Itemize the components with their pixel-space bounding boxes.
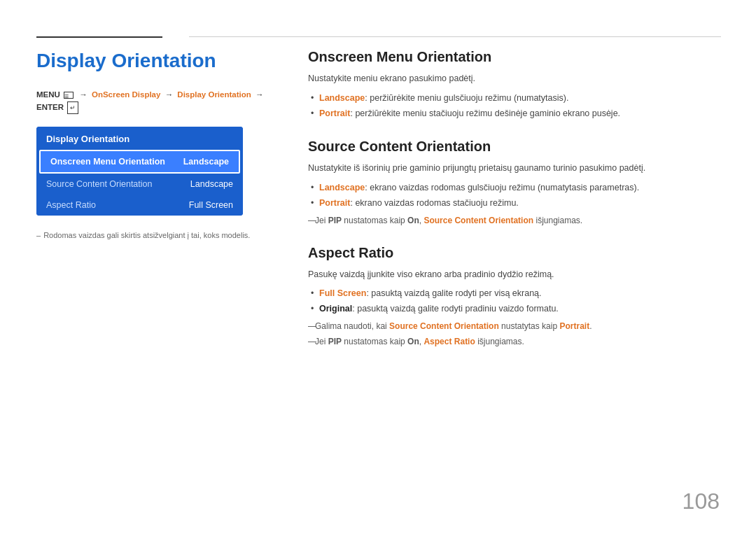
source-content-ref-1: Source Content Orientation — [424, 216, 533, 225]
section-onscreen: Onscreen Menu Orientation Nustatykite me… — [308, 49, 721, 120]
top-line-right — [189, 36, 721, 37]
enter-icon: ↵ — [67, 101, 78, 114]
section-source: Source Content Orientation Nustatykite i… — [308, 139, 721, 227]
note-aspect-2: Jei PIP nustatomas kaip On, Aspect Ratio… — [308, 335, 721, 348]
section-title-source: Source Content Orientation — [308, 139, 721, 155]
portrait-ref: Portrait — [559, 321, 589, 331]
display-widget: Display Orientation Onscreen Menu Orient… — [36, 127, 243, 216]
page-title: Display Orientation — [36, 49, 274, 73]
term-portrait-2: Portrait — [319, 198, 350, 208]
pip-bold-1: PIP — [328, 216, 342, 225]
menu-icon: ☰ — [64, 92, 74, 99]
term-portrait-1: Portrait — [319, 108, 350, 118]
bullet-list-aspect: Full Screen: pasuktą vaizdą galite rodyt… — [308, 286, 721, 316]
note-aspect-1: Galima naudoti, kai Source Content Orien… — [308, 320, 721, 332]
bullet-text-portrait-1: : peržiūrėkite meniu stačiuoju režimu de… — [350, 108, 620, 118]
widget-row-value-2: Full Screen — [189, 200, 233, 210]
source-content-ref-2: Source Content Orientation — [389, 321, 499, 331]
widget-row-active[interactable]: Onscreen Menu Orientation Landscape — [39, 150, 240, 174]
widget-row-label-2: Aspect Ratio — [46, 200, 96, 210]
widget-row-label-1: Source Content Orientation — [46, 179, 152, 189]
right-column: Onscreen Menu Orientation Nustatykite me… — [308, 49, 721, 366]
widget-row-value-0: Landscape — [183, 157, 229, 167]
step1: OnScreen Display — [92, 90, 160, 99]
aspect-ratio-ref: Aspect Ratio — [424, 337, 475, 346]
bullet-text-landscape-2: : ekrano vaizdas rodomas gulsčiuoju reži… — [365, 183, 639, 192]
bullet-onscreen-2: Portrait: peržiūrėkite meniu stačiuoju r… — [308, 106, 721, 120]
widget-row-label-0: Onscreen Menu Orientation — [50, 157, 165, 167]
step3: ENTER — [36, 103, 64, 111]
arrow2: → — [165, 90, 174, 99]
section-intro-onscreen: Nustatykite meniu ekrano pasukimo padėtį… — [308, 72, 721, 85]
arrow3: → — [255, 90, 264, 99]
section-title-onscreen: Onscreen Menu Orientation — [308, 49, 721, 65]
section-aspect: Aspect Ratio Pasukę vaizdą įjunkite viso… — [308, 245, 721, 349]
term-landscape-2: Landscape — [319, 183, 365, 192]
top-line-left — [36, 36, 162, 38]
on-bold-2: On — [407, 337, 419, 346]
widget-title: Display Orientation — [36, 127, 243, 150]
section-intro-aspect: Pasukę vaizdą įjunkite viso ekrano arba … — [308, 268, 721, 281]
bullet-text-landscape-1: : peržiūrėkite meniu gulsčiuoju režimu (… — [365, 93, 568, 103]
term-original: Original — [319, 304, 352, 314]
section-intro-source: Nustatykite iš išorinių prie gaminio pri… — [308, 162, 721, 175]
bullet-text-fullscreen: : pasuktą vaizdą galite rodyti per visą … — [366, 288, 541, 298]
pip-bold-2: PIP — [328, 337, 342, 346]
widget-row-1[interactable]: Source Content Orientation Landscape — [36, 174, 243, 195]
widget-row-2[interactable]: Aspect Ratio Full Screen — [36, 195, 243, 216]
bullet-source-1: Landscape: ekrano vaizdas rodomas gulsči… — [308, 181, 721, 195]
bullet-list-source: Landscape: ekrano vaizdas rodomas gulsči… — [308, 181, 721, 210]
bullet-aspect-1: Full Screen: pasuktą vaizdą galite rodyt… — [308, 286, 721, 300]
term-landscape-1: Landscape — [319, 93, 365, 103]
term-fullscreen: Full Screen — [319, 288, 366, 298]
menu-path: MENU ☰ → OnScreen Display → Display Orie… — [36, 88, 274, 115]
arrow1: → — [79, 90, 88, 99]
menu-label: MENU — [36, 90, 60, 99]
note-source-1: Jei PIP nustatomas kaip On, Source Conte… — [308, 214, 721, 227]
bullet-source-2: Portrait: ekrano vaizdas rodomas stačiuo… — [308, 196, 721, 210]
bullet-aspect-2: Original: pasuktą vaizdą galite rodyti p… — [308, 302, 721, 316]
widget-row-value-1: Landscape — [190, 179, 233, 189]
left-column: Display Orientation MENU ☰ → OnScreen Di… — [36, 49, 274, 239]
bullet-onscreen-1: Landscape: peržiūrėkite meniu gulsčiuoju… — [308, 91, 721, 105]
step2: Display Orientation — [177, 90, 251, 99]
bullet-list-onscreen: Landscape: peržiūrėkite meniu gulsčiuoju… — [308, 91, 721, 120]
bullet-text-portrait-2: : ekrano vaizdas rodomas stačiuoju režim… — [350, 198, 518, 208]
on-bold-1: On — [407, 216, 419, 225]
page-number: 108 — [682, 489, 720, 514]
bullet-text-original: : pasuktą vaizdą galite rodyti pradiniu … — [352, 304, 559, 314]
section-title-aspect: Aspect Ratio — [308, 245, 721, 261]
footnote: Rodomas vaizdas gali skirtis atsižvelgia… — [36, 231, 274, 239]
